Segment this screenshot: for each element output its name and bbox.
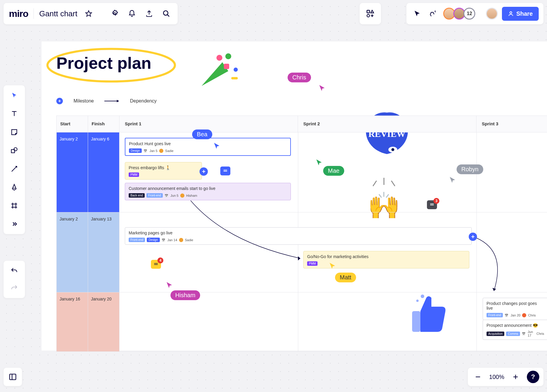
comment-bubble[interactable]	[220, 167, 230, 175]
share-button[interactable]: Share	[502, 7, 539, 21]
comment-count: 3	[433, 198, 439, 204]
export-icon[interactable]	[143, 8, 155, 20]
avatar-overflow-count[interactable]: 12	[463, 8, 475, 20]
calendar-icon	[165, 194, 169, 197]
svg-line-3	[167, 15, 169, 17]
svg-rect-4	[367, 10, 370, 13]
tag-frontend: Front-end	[129, 238, 145, 242]
frame-tool[interactable]	[8, 200, 20, 212]
minimap-button[interactable]	[4, 368, 22, 386]
sticky-note-tool[interactable]	[8, 126, 20, 138]
row2-start: January 2	[57, 212, 88, 292]
settings-icon[interactable]	[109, 8, 121, 20]
card-prospect[interactable]: Prospect announcement 😎 Acquisition Comm…	[483, 320, 547, 340]
svg-marker-5	[371, 10, 374, 13]
col-sprint3: Sprint 3	[476, 116, 547, 132]
svg-point-17	[225, 53, 231, 59]
select-tool[interactable]	[8, 89, 20, 101]
svg-rect-10	[10, 374, 16, 380]
milestone-dot-icon: +	[56, 98, 63, 104]
line-tool[interactable]	[8, 163, 20, 175]
milestone-add-icon[interactable]: +	[469, 233, 477, 241]
comment-bubble[interactable]: 3	[427, 200, 437, 209]
board-title[interactable]: Gantt chart	[39, 9, 77, 18]
dependency-arrow-icon	[104, 99, 119, 103]
row1-finish: January 6	[88, 132, 119, 212]
zoom-in-button[interactable]	[510, 371, 522, 383]
cursor-robyn: Robyn	[457, 164, 483, 174]
owner-avatar	[522, 313, 526, 317]
owner-avatar	[159, 149, 163, 153]
reactions-icon[interactable]	[427, 8, 439, 20]
logo[interactable]: miro	[9, 8, 28, 19]
gantt-chart: Start Finish Sprint 1 Sprint 2 Sprint 3 …	[56, 116, 547, 352]
canvas[interactable]: Project plan + Milestone Dependency Chri…	[42, 41, 547, 351]
legend-milestone: Milestone	[74, 98, 94, 104]
gantt-row-3: January 16 January 20 Product changes po…	[57, 292, 547, 352]
cursor-robyn-pointer	[449, 176, 456, 183]
comment-bubble[interactable]: 4	[151, 260, 161, 269]
card-press-embargo[interactable]: Press embargo lifts 🚶 PMM	[125, 162, 202, 180]
col-sprint2: Sprint 2	[298, 116, 476, 132]
svg-point-2	[163, 11, 168, 15]
party-sticker[interactable]	[196, 47, 240, 92]
shape-tool[interactable]	[8, 145, 20, 156]
cursor-chris: Chris	[288, 73, 311, 82]
dependency-arrow	[191, 201, 309, 266]
cursor-tool-icon[interactable]	[411, 8, 423, 20]
tag-backend: Back end	[129, 193, 145, 198]
gantt-header: Start Finish Sprint 1 Sprint 2 Sprint 3	[57, 116, 547, 132]
search-icon[interactable]	[160, 8, 172, 20]
zoom-controls: 100% ?	[468, 368, 543, 386]
col-start: Start	[57, 116, 88, 132]
tag-comms: Comms	[506, 332, 520, 336]
row3-finish: January 20	[88, 292, 119, 351]
more-tools[interactable]	[8, 218, 20, 230]
row2-finish: January 13	[88, 212, 119, 292]
redo-button[interactable]	[8, 282, 20, 294]
gantt-row-2: January 2 January 13 Marketing pages go …	[57, 212, 547, 292]
divider	[34, 8, 34, 19]
zoom-level[interactable]: 100%	[489, 374, 504, 380]
apps-button[interactable]	[360, 3, 381, 24]
svg-marker-37	[492, 288, 496, 291]
svg-point-7	[510, 12, 512, 14]
svg-marker-36	[298, 256, 300, 260]
cursor-bea: Bea	[192, 129, 212, 139]
cursor-bea-pointer	[213, 142, 221, 149]
top-toolbar-right: 12 Share	[406, 3, 543, 24]
card-title: Product changes post goes live	[487, 301, 544, 311]
svg-marker-0	[86, 11, 92, 16]
tag-design: Design	[129, 148, 142, 153]
zoom-out-button[interactable]	[472, 371, 484, 383]
cursor-matt: Matt	[335, 273, 356, 282]
row1-start: January 2	[57, 132, 88, 212]
text-tool[interactable]	[8, 108, 20, 120]
left-toolbar-history	[4, 261, 25, 298]
bell-icon[interactable]	[126, 8, 138, 20]
tag-design: Design	[147, 238, 160, 242]
left-toolbar	[4, 85, 25, 234]
row3-start: January 16	[57, 292, 88, 351]
dependency-arrow	[472, 236, 531, 295]
card-title: Go/No-Go for marketing activities	[307, 254, 465, 259]
svg-marker-22	[117, 100, 119, 102]
tag-acquisition: Acquisition	[487, 332, 504, 336]
owner-avatar	[180, 193, 184, 198]
card-go-nogo[interactable]: Go/No-Go for marketing activities PMM	[303, 251, 469, 268]
svg-point-6	[367, 15, 370, 17]
card-title: Customer announcement emails start to go…	[129, 186, 287, 191]
milestone-add-icon[interactable]: +	[200, 167, 208, 176]
owner-avatar	[179, 238, 183, 242]
star-icon[interactable]	[83, 8, 95, 20]
card-product-hunt[interactable]: Product Hunt goes live Design Jan 5 Sadi…	[125, 138, 291, 156]
svg-point-19	[234, 68, 238, 72]
card-product-changes[interactable]: Product changes post goes live Front-end…	[483, 298, 547, 320]
avatar-self[interactable]	[486, 8, 498, 20]
pen-tool[interactable]	[8, 181, 20, 193]
cursor-matt-pointer	[329, 262, 336, 269]
undo-button[interactable]	[8, 265, 20, 277]
card-customer-emails[interactable]: Customer announcement emails start to go…	[125, 183, 291, 200]
cursor-chris-pointer	[319, 84, 326, 92]
help-button[interactable]: ?	[527, 371, 539, 383]
